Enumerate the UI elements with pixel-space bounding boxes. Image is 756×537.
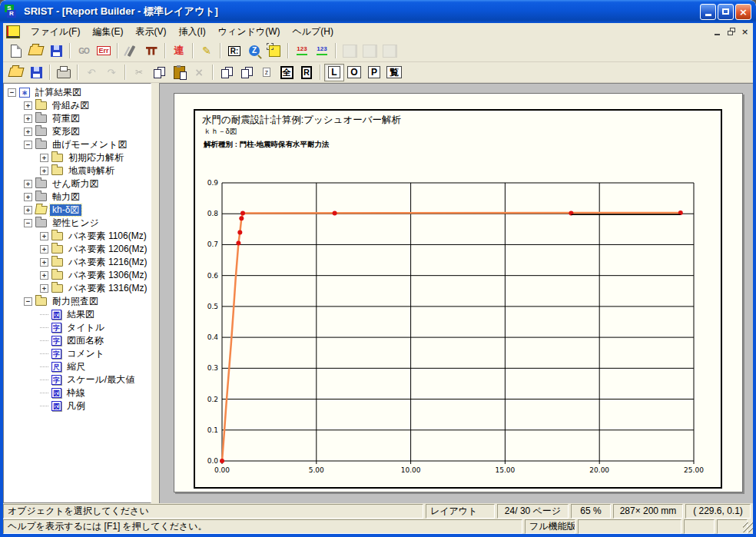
tree-item[interactable]: +軸力図 xyxy=(4,191,151,204)
tree-expand-toggle[interactable]: + xyxy=(24,128,32,136)
copy-icon[interactable] xyxy=(149,64,169,81)
tree-item[interactable]: +せん断力図 xyxy=(4,177,151,191)
tree-expand-toggle[interactable]: + xyxy=(40,154,48,162)
folder-icon xyxy=(51,258,63,267)
tree-expand-toggle[interactable]: + xyxy=(24,114,32,123)
menu-insert[interactable]: 挿入(I) xyxy=(172,24,211,40)
tree-item[interactable]: 尺縮尺 xyxy=(4,360,151,373)
window-border-right xyxy=(753,23,756,537)
tree-expand-toggle[interactable]: + xyxy=(24,101,32,110)
report-mode-icon[interactable]: R xyxy=(297,64,317,81)
tree-item[interactable]: −曲げモーメント図 xyxy=(4,138,151,151)
minimize-button[interactable] xyxy=(700,4,716,20)
copy-object-down-icon[interactable] xyxy=(237,64,257,81)
resize-grip[interactable] xyxy=(743,522,753,532)
tree-item[interactable]: +骨組み図 xyxy=(4,99,151,112)
tree-expand-toggle[interactable]: + xyxy=(40,258,48,267)
tree-item[interactable]: +荷重図 xyxy=(4,112,151,125)
tree-item[interactable]: −∗計算結果図 xyxy=(4,86,151,99)
tree-item-label: kh-δ図 xyxy=(50,204,81,216)
tree-item[interactable]: 字コメント xyxy=(4,347,151,360)
pen-icon[interactable]: ✎ xyxy=(197,42,217,60)
note-page-icon xyxy=(269,45,280,57)
tree-expand-toggle[interactable]: + xyxy=(24,206,32,214)
tree-item[interactable]: 図枠線 xyxy=(4,386,151,399)
tree-item[interactable]: 字タイトル xyxy=(4,321,151,334)
document-system-icon[interactable] xyxy=(6,25,20,38)
edit-tool-icon[interactable] xyxy=(121,42,141,60)
tree-item[interactable]: +kh-δ図 xyxy=(4,204,151,217)
figure-icon: 図 xyxy=(51,388,61,398)
tree-item[interactable]: 字スケール/最大値 xyxy=(4,373,151,386)
open-report-icon[interactable] xyxy=(26,42,46,60)
tree-expand-toggle[interactable]: − xyxy=(8,88,16,97)
mdi-minimize-button[interactable] xyxy=(711,26,724,38)
status-help: ヘルプを表示するには [F1] を押してください。 xyxy=(3,519,522,534)
tree-expand-toggle[interactable]: + xyxy=(24,193,32,201)
tree-expand-toggle[interactable]: + xyxy=(40,245,48,254)
menu-help[interactable]: ヘルプ(H) xyxy=(287,24,340,40)
fit-all-icon[interactable]: 全 xyxy=(277,64,297,81)
tree-expand-toggle[interactable]: + xyxy=(24,180,32,188)
tree-item-label: バネ要素 1206(Mz) xyxy=(66,244,150,255)
save-report-icon[interactable] xyxy=(46,42,66,60)
paste-icon[interactable] xyxy=(169,64,189,81)
bench-tool-icon[interactable] xyxy=(141,42,161,60)
maximize-button[interactable] xyxy=(718,4,734,20)
mdi-restore-button[interactable] xyxy=(724,26,738,38)
note-page-icon[interactable] xyxy=(264,42,284,60)
print-icon[interactable] xyxy=(54,64,74,81)
tree-expand-toggle[interactable]: + xyxy=(40,167,48,175)
status-edition: フル機能版 xyxy=(525,519,575,534)
title-bar[interactable]: S R SRIST - [Report Builder - 標準レイアウト] × xyxy=(0,0,756,23)
report-marker-icon[interactable]: R: xyxy=(224,42,244,60)
tree-expand-toggle[interactable]: − xyxy=(24,219,32,227)
tree-expand-toggle[interactable]: + xyxy=(40,284,48,293)
tree-item[interactable]: 字図面名称 xyxy=(4,334,151,347)
zoom-z-icon[interactable]: Z xyxy=(244,42,264,60)
tree-expand-toggle[interactable]: − xyxy=(24,297,32,306)
tree-item[interactable]: −塑性ヒンジ xyxy=(4,217,151,230)
link-icon[interactable]: 連 xyxy=(169,42,189,60)
tree-item[interactable]: 図凡例 xyxy=(4,399,151,413)
tree-expand-toggle[interactable]: + xyxy=(40,271,48,280)
tree-item[interactable]: +バネ要素 1106(Mz) xyxy=(4,230,151,243)
tree-item[interactable]: +地震時解析 xyxy=(4,164,151,177)
tree-item[interactable]: +バネ要素 1216(Mz) xyxy=(4,256,151,269)
report-sheet[interactable]: 0.00.10.20.30.40.50.60.70.80.90.005.0010… xyxy=(174,93,743,492)
layout-one-icon xyxy=(343,45,357,58)
tree-item[interactable]: 図結果図 xyxy=(4,308,151,321)
mode-l-button[interactable]: L xyxy=(324,64,344,81)
tree-expand-toggle[interactable]: − xyxy=(24,141,32,149)
close-button[interactable]: × xyxy=(735,4,751,20)
menu-view[interactable]: 表示(V) xyxy=(129,24,172,40)
dimension-123-red-icon[interactable]: 123 xyxy=(292,42,312,60)
tree-splitter[interactable] xyxy=(151,83,159,503)
report-subtitle-line: ｋｈ－δ図 xyxy=(204,127,237,137)
save-report-icon xyxy=(51,45,62,57)
menu-edit[interactable]: 編集(E) xyxy=(86,24,129,40)
menu-window[interactable]: ウィンドウ(W) xyxy=(212,24,287,40)
go-icon[interactable]: GO xyxy=(74,42,94,60)
save-file-icon[interactable] xyxy=(26,64,46,81)
dimension-123-blue-icon[interactable]: 123 xyxy=(312,42,332,60)
tree-item[interactable]: +初期応力解析 xyxy=(4,151,151,164)
open-file-icon[interactable] xyxy=(6,64,26,81)
tree-item-label: 変形図 xyxy=(50,126,82,138)
menu-file[interactable]: ファイル(F) xyxy=(25,24,86,40)
mdi-close-button[interactable]: × xyxy=(738,26,751,38)
svg-text:0.1: 0.1 xyxy=(207,426,218,434)
tree-item[interactable]: +バネ要素 1206(Mz) xyxy=(4,243,151,256)
tree-item[interactable]: −耐力照査図 xyxy=(4,295,151,308)
tree-item[interactable]: +変形図 xyxy=(4,125,151,138)
error-list-icon[interactable]: Err xyxy=(94,42,114,60)
tree-expand-toggle[interactable]: + xyxy=(40,232,48,240)
tree-item[interactable]: +バネ要素 1306(Mz) xyxy=(4,269,151,282)
copy-object-icon[interactable] xyxy=(217,64,237,81)
new-report-icon[interactable] xyxy=(6,42,26,60)
mode-p-button[interactable]: P xyxy=(364,64,384,81)
zoom-object-icon[interactable]: z xyxy=(257,64,277,81)
tree-item[interactable]: +バネ要素 1316(Mz) xyxy=(4,282,151,295)
mode-list-button[interactable]: 覧 xyxy=(384,64,404,81)
mode-o-button[interactable]: O xyxy=(344,64,364,81)
